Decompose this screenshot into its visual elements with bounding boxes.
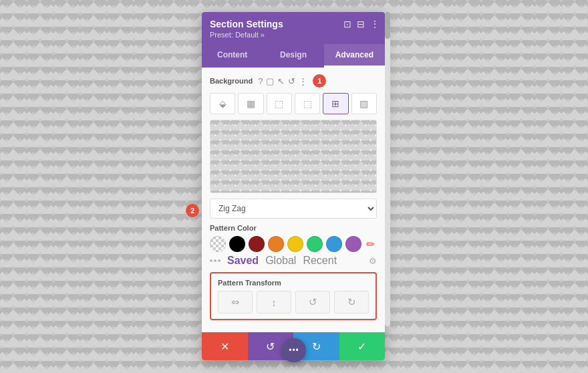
swatch-orange[interactable] (268, 236, 284, 252)
help-icon[interactable]: ? (258, 76, 263, 86)
color-tab-recent[interactable]: Recent (303, 255, 337, 267)
rotate-ccw-btn[interactable]: ↺ (295, 291, 330, 314)
preview-zigzag-svg (210, 120, 376, 193)
pattern-preview (210, 120, 377, 193)
bg-type-grid: ⬙ ▦ ⬚ ⬚ ⊞ ▨ (210, 93, 377, 114)
more-swatches-dots[interactable] (210, 259, 220, 262)
bg-video-btn[interactable]: ⬚ (295, 93, 320, 114)
panel-body: Background ? ▢ ↖ ↺ ⋮ 1 ⬙ ▦ ⬚ ⬚ ⊞ ▨ (202, 68, 385, 332)
panel-header-icons: ⊡ ⊟ ⋮ (343, 19, 380, 29)
tab-advanced[interactable]: Advanced (324, 44, 385, 68)
color-swatches: ✏ (210, 236, 377, 252)
background-label: Background (210, 77, 253, 85)
more-options-icon[interactable]: ⋮ (370, 19, 380, 29)
svg-rect-3 (210, 120, 376, 193)
cancel-button[interactable]: ✕ (202, 332, 248, 360)
responsive-icon[interactable]: ⊡ (343, 19, 351, 29)
bg-color-btn[interactable]: ⬙ (210, 93, 235, 114)
color-tabs-row: Saved Global Recent ⚙ (210, 255, 377, 267)
bg-pattern-btn[interactable]: ⊞ (323, 93, 348, 114)
tab-content[interactable]: Content (202, 44, 263, 68)
more-bg-icon[interactable]: ⋮ (299, 76, 307, 86)
undo-icon[interactable]: ↺ (288, 76, 295, 86)
background-row: Background ? ▢ ↖ ↺ ⋮ 1 (210, 74, 377, 88)
save-button[interactable]: ✓ (339, 332, 386, 360)
badge-2: 2 (186, 204, 199, 217)
pattern-type-select[interactable]: Zig Zag Dots Stripes Chevron (210, 199, 377, 219)
color-tab-global[interactable]: Global (265, 255, 296, 267)
swatch-black[interactable] (229, 236, 245, 252)
background-row-icons: ? ▢ ↖ ↺ ⋮ (258, 76, 307, 86)
fab-dots-icon: ••• (289, 346, 299, 355)
tab-design[interactable]: Design (263, 44, 323, 68)
color-edit-icon[interactable]: ✏ (366, 238, 375, 251)
color-tab-saved[interactable]: Saved (227, 255, 259, 267)
badge-1: 1 (313, 74, 326, 88)
scrollbar-track[interactable] (385, 12, 390, 326)
bg-gradient-btn[interactable]: ▦ (238, 93, 263, 114)
flip-h-btn[interactable]: ⇔ (218, 291, 253, 314)
swatch-green[interactable] (307, 236, 323, 252)
rotate-cw-btn[interactable]: ↻ (334, 291, 369, 314)
transform-label: Pattern Transform (218, 279, 369, 287)
pattern-select-row: Zig Zag Dots Stripes Chevron (210, 199, 377, 219)
panel-preset[interactable]: Preset: Default » (210, 31, 377, 39)
swatch-blue[interactable] (326, 236, 342, 252)
cursor-icon[interactable]: ↖ (277, 76, 285, 86)
color-settings-icon[interactable]: ⚙ (369, 256, 377, 266)
layout-icon[interactable]: ⊟ (357, 19, 365, 29)
bg-mask-btn[interactable]: ▨ (351, 93, 377, 114)
panel-tabs: Content Design Advanced (202, 44, 385, 68)
bg-color-icon[interactable]: ▢ (266, 76, 274, 86)
bg-image-btn[interactable]: ⬚ (267, 93, 292, 114)
scrollbar-thumb[interactable] (385, 12, 390, 39)
swatch-dark-red[interactable] (249, 236, 265, 252)
swatch-purple[interactable] (345, 236, 361, 252)
swatch-transparent[interactable] (210, 236, 226, 252)
fab-button[interactable]: ••• (282, 338, 306, 362)
pattern-transform-section: Pattern Transform ⇔ ↕ ↺ ↻ (210, 272, 377, 320)
swatch-yellow[interactable] (287, 236, 303, 252)
section-settings-panel: Section Settings Preset: Default » ⊡ ⊟ ⋮… (202, 12, 385, 360)
pattern-color-label: Pattern Color (210, 224, 377, 232)
panel-header: Section Settings Preset: Default » ⊡ ⊟ ⋮ (202, 12, 385, 44)
transform-buttons: ⇔ ↕ ↺ ↻ (218, 291, 369, 314)
flip-v-btn[interactable]: ↕ (257, 291, 291, 314)
